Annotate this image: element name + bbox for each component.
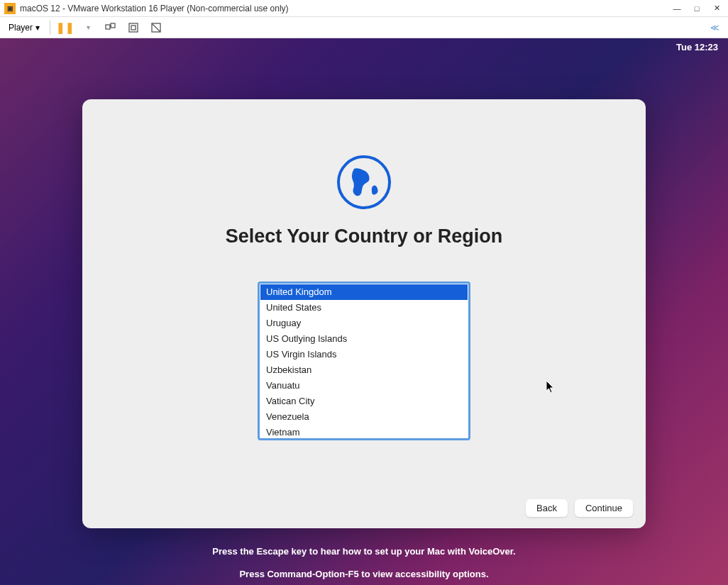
menubar-clock: Tue 12:23 xyxy=(676,42,718,52)
svg-rect-3 xyxy=(129,23,138,32)
window-titlebar: ▣ macOS 12 - VMware Workstation 16 Playe… xyxy=(0,0,728,17)
back-button[interactable]: Back xyxy=(526,499,568,517)
country-item[interactable]: Venezuela xyxy=(260,409,468,425)
power-menu-dropdown[interactable]: ▾ xyxy=(80,20,96,35)
country-item[interactable]: Vietnam xyxy=(260,425,468,438)
player-menu-label: Player xyxy=(9,23,33,33)
collapse-toolbar-button[interactable]: ≪ xyxy=(707,20,722,35)
svg-rect-4 xyxy=(131,26,136,30)
window-controls: — □ ✕ xyxy=(670,1,724,16)
country-list[interactable]: United KingdomUnited StatesUruguayUS Out… xyxy=(258,282,470,440)
vmware-toolbar: Player ▾ ❚❚ ▾ ≪ xyxy=(0,17,728,38)
window-title: macOS 12 - VMware Workstation 16 Player … xyxy=(20,4,670,13)
player-menu[interactable]: Player ▾ xyxy=(6,21,43,34)
footer-accessibility-hint: Press Command-Option-F5 to view accessib… xyxy=(0,569,728,579)
continue-button[interactable]: Continue xyxy=(575,499,633,517)
svg-rect-0 xyxy=(106,25,110,29)
globe-icon xyxy=(336,155,392,210)
footer-voiceover-hint: Press the Escape key to hear how to set … xyxy=(0,546,728,557)
setup-title: Select Your Country or Region xyxy=(226,225,503,247)
svg-line-6 xyxy=(152,23,160,32)
country-item[interactable]: Vatican City xyxy=(260,394,468,409)
country-item[interactable]: Uruguay xyxy=(260,316,468,331)
send-ctrl-alt-del-button[interactable] xyxy=(103,20,118,35)
country-item[interactable]: Uzbekistan xyxy=(260,362,468,378)
vmware-icon: ▣ xyxy=(4,3,16,14)
macos-menubar: Tue 12:23 xyxy=(0,38,728,55)
pause-button[interactable]: ❚❚ xyxy=(57,20,73,35)
virtual-machine-display: Tue 12:23 Select Your Country or Region … xyxy=(0,38,728,585)
button-row: Back Continue xyxy=(526,499,633,517)
minimize-button[interactable]: — xyxy=(670,1,684,16)
country-item[interactable]: United States xyxy=(260,300,468,316)
toolbar-divider xyxy=(50,21,50,35)
maximize-button[interactable]: □ xyxy=(690,1,704,16)
setup-assistant-window: Select Your Country or Region United Kin… xyxy=(82,99,646,528)
country-item[interactable]: United Kingdom xyxy=(260,284,468,300)
fullscreen-button[interactable] xyxy=(126,20,141,35)
country-item[interactable]: US Outlying Islands xyxy=(260,331,468,347)
chevron-down-icon: ▾ xyxy=(35,23,40,33)
unity-button[interactable] xyxy=(148,20,164,35)
country-item[interactable]: US Virgin Islands xyxy=(260,347,468,362)
country-item[interactable]: Vanuatu xyxy=(260,378,468,394)
close-button[interactable]: ✕ xyxy=(710,1,724,16)
